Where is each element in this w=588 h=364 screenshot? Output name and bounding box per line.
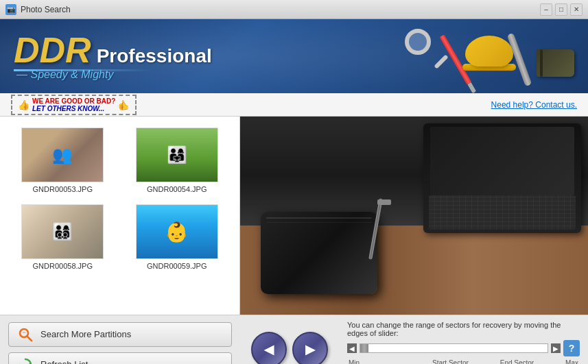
usb-connector: [377, 199, 391, 205]
prev-icon: ◀: [264, 342, 274, 357]
ddr-logo-text: DDR: [14, 32, 91, 68]
laptop-screen: [430, 127, 574, 195]
photo-item-gndr54[interactable]: 👨‍👩‍👧 GNDR00054.JPG: [120, 122, 235, 199]
photo-label-gndr53: GNDR00053.JPG: [33, 185, 93, 193]
bottom-area: Search More Partitions Refresh List ◀ ▶ …: [0, 315, 588, 364]
sub-header: 👍 WE ARE GOOD OR BAD? LET OTHERS KNOW...…: [0, 93, 588, 117]
preview-area: [240, 117, 588, 315]
photo-label-gndr58: GNDR00058.JPG: [33, 262, 93, 270]
search-more-button[interactable]: Search More Partitions: [8, 322, 232, 347]
end-label: End Sector: [500, 359, 534, 364]
photo-thumb-gndr53: 👥: [21, 128, 104, 182]
next-button[interactable]: ▶: [292, 332, 328, 365]
hdd-device: [261, 212, 377, 294]
book-icon: [537, 49, 574, 77]
rating-line2: LET OTHERS KNOW...: [32, 105, 115, 112]
prev-button[interactable]: ◀: [251, 332, 287, 365]
photo-preview-59: 👶: [137, 205, 217, 258]
close-button[interactable]: ✕: [570, 3, 583, 16]
search-more-icon: [17, 326, 34, 343]
refresh-icon: [17, 356, 34, 365]
sector-description: You can change the range of sectors for …: [347, 321, 580, 337]
title-bar: 📷 Photo Search – □ ✕: [0, 0, 588, 19]
sector-controls: You can change the range of sectors for …: [339, 315, 588, 364]
photo-label-gndr54: GNDR00054.JPG: [147, 185, 207, 193]
preview-image: [240, 117, 588, 315]
photo-preview-58: 👨‍👩‍👦‍👦: [22, 205, 103, 258]
photo-item-gndr58[interactable]: 👨‍👩‍👦‍👦 GNDR00058.JPG: [5, 199, 120, 276]
hdd-detail2: [266, 222, 372, 223]
photo-preview-54: 👨‍👩‍👧: [137, 128, 217, 182]
thumbs-down-icon: 👍: [118, 99, 130, 110]
professional-text: Professional: [97, 45, 212, 67]
laptop-keyboard: [429, 195, 576, 230]
help-button[interactable]: ?: [563, 340, 580, 356]
logo-section: DDR Professional Speedy & Mighty: [14, 32, 212, 81]
search-more-label: Search More Partitions: [40, 329, 131, 339]
photo-thumb-gndr59: 👶: [136, 204, 218, 259]
tools-illustration: [348, 19, 588, 93]
photo-thumb-gndr58: 👨‍👩‍👦‍👦: [21, 204, 104, 259]
rating-text: WE ARE GOOD OR BAD? LET OTHERS KNOW...: [32, 97, 115, 112]
sector-top-labels: Min Start Sector End Sector Max: [347, 359, 580, 364]
logo-ddr: DDR Professional: [14, 32, 212, 68]
rating-badge[interactable]: 👍 WE ARE GOOD OR BAD? LET OTHERS KNOW...…: [11, 95, 137, 115]
magnify-icon: [405, 29, 446, 70]
app-icon: 📷: [5, 4, 16, 15]
start-label: Start Sector: [432, 359, 469, 364]
thumbs-icon: 👍: [18, 99, 30, 110]
main-content: 👥 GNDR00053.JPG 👨‍👩‍👧 GNDR00054.JPG 👨‍👩‍…: [0, 117, 588, 315]
contact-link[interactable]: Need help? Contact us.: [491, 100, 577, 110]
tagline: Speedy & Mighty: [16, 69, 212, 81]
photo-grid: 👥 GNDR00053.JPG 👨‍👩‍👧 GNDR00054.JPG 👨‍👩‍…: [0, 117, 239, 281]
photo-thumb-gndr54: 👨‍👩‍👧: [136, 128, 218, 182]
nav-buttons: ◀ ▶: [240, 315, 339, 364]
maximize-button[interactable]: □: [555, 3, 567, 16]
svg-line-1: [27, 336, 32, 341]
photo-label-gndr59: GNDR00059.JPG: [147, 262, 207, 270]
slider-thumb[interactable]: [360, 344, 368, 352]
screwdriver-icon: [453, 32, 458, 87]
photo-item-gndr59[interactable]: 👶 GNDR00059.JPG: [120, 199, 235, 276]
photo-preview-53: 👥: [22, 128, 103, 182]
slider-container[interactable]: ◀ ▶ ?: [347, 340, 580, 356]
hdd-detail1: [266, 217, 372, 219]
min-label: Min: [349, 359, 360, 364]
refresh-list-label: Refresh List: [40, 359, 88, 364]
refresh-list-button[interactable]: Refresh List: [8, 352, 232, 365]
rating-line1: WE ARE GOOD OR BAD?: [32, 97, 115, 105]
photo-item-gndr53[interactable]: 👥 GNDR00053.JPG: [5, 122, 120, 199]
slider-right-arrow[interactable]: ▶: [551, 343, 561, 353]
max-label: Max: [565, 359, 578, 364]
laptop-device: [423, 123, 581, 233]
window-title: Photo Search: [21, 5, 540, 14]
photo-panel[interactable]: 👥 GNDR00053.JPG 👨‍👩‍👧 GNDR00054.JPG 👨‍👩‍…: [0, 117, 240, 315]
window-controls: – □ ✕: [540, 3, 583, 16]
minimize-button[interactable]: –: [540, 3, 552, 16]
slider-track[interactable]: [360, 343, 548, 353]
slider-left-arrow[interactable]: ◀: [347, 343, 357, 353]
next-icon: ▶: [305, 342, 315, 357]
header-banner: DDR Professional Speedy & Mighty: [0, 19, 588, 93]
bottom-left: Search More Partitions Refresh List: [0, 315, 240, 364]
wrench-icon: [516, 32, 523, 87]
